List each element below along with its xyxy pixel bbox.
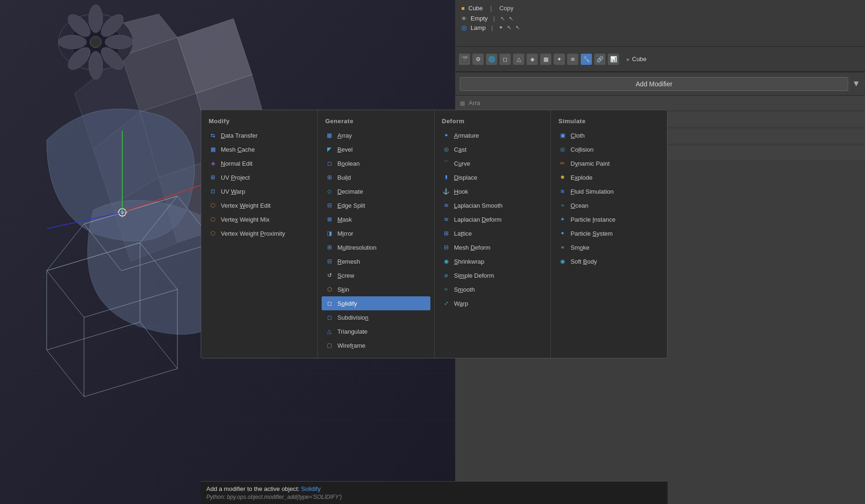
boolean-label: Boolean bbox=[338, 160, 427, 167]
prop-texture-icon[interactable]: ▦ bbox=[540, 54, 551, 65]
menu-item-dynamic-paint[interactable]: ✏ Dynamic Paint bbox=[555, 156, 663, 170]
menu-item-mesh-cache[interactable]: ▦ Mesh Cache bbox=[205, 142, 314, 156]
menu-item-mask[interactable]: ⊠ Mask bbox=[322, 212, 430, 226]
displace-icon: ⬆ bbox=[442, 173, 450, 182]
wireframe-label: Wireframe bbox=[338, 342, 427, 349]
screw-label: Screw bbox=[338, 272, 427, 279]
triangulate-icon: △ bbox=[325, 327, 334, 336]
menu-item-edge-split[interactable]: ⊟ Edge Split bbox=[322, 198, 430, 212]
menu-item-curve[interactable]: ⌒ Curve bbox=[438, 156, 547, 170]
prop-data-icon[interactable]: 📊 bbox=[608, 54, 619, 65]
menu-item-hook[interactable]: ⚓ Hook bbox=[438, 184, 547, 198]
generate-column: Generate ▦ Array ◤ Bevel ◻ Boolean ⊞ Bui… bbox=[318, 110, 435, 358]
menu-item-vertex-weight-mix[interactable]: ⬡ Vertex Weight Mix bbox=[205, 212, 314, 226]
smoke-label: Smoke bbox=[570, 244, 660, 251]
cube-icon: ■ bbox=[461, 5, 464, 12]
menu-item-triangulate[interactable]: △ Triangulate bbox=[322, 324, 430, 338]
particle-instance-icon: ✦ bbox=[558, 215, 567, 224]
menu-item-screw[interactable]: ↺ Screw bbox=[322, 268, 430, 282]
lamp-label: Lamp bbox=[471, 24, 486, 31]
menu-item-array[interactable]: ▦ Array bbox=[322, 128, 430, 142]
menu-item-ocean[interactable]: ≈ Ocean bbox=[555, 198, 663, 212]
menu-item-mesh-deform[interactable]: ⊟ Mesh Deform bbox=[438, 240, 547, 254]
tooltip-python: Python: bpy.ops.object.modifier_add(type… bbox=[206, 494, 662, 500]
laplacian-deform-label: Laplacian Deform bbox=[454, 216, 543, 223]
menu-item-displace[interactable]: ⬆ Displace bbox=[438, 170, 547, 184]
vertex-weight-mix-label: Vertex Weight Mix bbox=[221, 216, 310, 223]
prop-world-icon[interactable]: 🌐 bbox=[486, 54, 497, 65]
tooltip-prefix: Add a modifier to the active object: bbox=[206, 485, 301, 492]
arrow-icon: ▸ bbox=[627, 56, 630, 63]
menu-item-subdivision[interactable]: ◻ Subdivision bbox=[322, 310, 430, 324]
menu-item-data-transfer[interactable]: ⇆ Data Transfer bbox=[205, 128, 314, 142]
menu-item-wireframe[interactable]: ▢ Wireframe bbox=[322, 338, 430, 352]
menu-item-fluid-simulation[interactable]: ≋ Fluid Simulation bbox=[555, 184, 663, 198]
array-modifier-icon: ▦ bbox=[460, 100, 465, 106]
shrinkwrap-icon: ◉ bbox=[442, 257, 450, 266]
particle-system-label: Particle System bbox=[570, 230, 660, 237]
active-object-name: Cube bbox=[632, 56, 647, 63]
menu-item-multiresolution[interactable]: ⊞ Multiresolution bbox=[322, 240, 430, 254]
menu-item-cloth[interactable]: ▣ Cloth bbox=[555, 128, 663, 142]
menu-item-simple-deform[interactable]: ⌀ Simple Deform bbox=[438, 268, 547, 282]
add-modifier-dropdown: Modify ⇆ Data Transfer ▦ Mesh Cache ◈ No… bbox=[201, 110, 668, 358]
menu-item-warp[interactable]: ⤢ Warp bbox=[438, 296, 547, 310]
lamp-row[interactable]: ◎ Lamp | ✦ ↖ ↖ bbox=[459, 23, 861, 32]
menu-item-collision[interactable]: ◎ Collision bbox=[555, 142, 663, 156]
vertex-weight-proximity-label: Vertex Weight Proximity bbox=[221, 230, 310, 237]
mask-icon: ⊠ bbox=[325, 215, 334, 224]
ocean-label: Ocean bbox=[570, 202, 660, 209]
cursor-icon-lamp2: ↖ bbox=[515, 24, 520, 31]
menu-item-build[interactable]: ⊞ Build bbox=[322, 170, 430, 184]
add-modifier-bar: Add Modifier ▼ bbox=[455, 72, 865, 96]
prop-constraints-icon[interactable]: 🔗 bbox=[594, 54, 605, 65]
dynamic-paint-label: Dynamic Paint bbox=[570, 160, 660, 167]
armature-label: Armature bbox=[454, 132, 543, 139]
menu-item-shrinkwrap[interactable]: ◉ Shrinkwrap bbox=[438, 254, 547, 268]
menu-item-decimate[interactable]: ◇ Decimate bbox=[322, 184, 430, 198]
data-transfer-label: Data Transfer bbox=[221, 132, 310, 139]
menu-item-laplacian-deform[interactable]: ≋ Laplacian Deform bbox=[438, 212, 547, 226]
tooltip-main-text: Add a modifier to the active object: Sol… bbox=[206, 485, 662, 492]
prop-object-icon[interactable]: ◻ bbox=[499, 54, 511, 65]
menu-item-soft-body[interactable]: ◉ Soft Body bbox=[555, 254, 663, 268]
cube-type: Copy bbox=[499, 5, 513, 12]
menu-item-remesh[interactable]: ⊟ Remesh bbox=[322, 254, 430, 268]
prop-render-icon[interactable]: 🎬 bbox=[459, 54, 470, 65]
cast-icon: ◎ bbox=[442, 145, 450, 154]
add-modifier-button[interactable]: Add Modifier bbox=[460, 77, 848, 91]
menu-item-armature[interactable]: ✦ Armature bbox=[438, 128, 547, 142]
menu-item-normal-edit[interactable]: ◈ Normal Edit bbox=[205, 156, 314, 170]
menu-item-uv-project[interactable]: ⊞ UV Project bbox=[205, 170, 314, 184]
deform-header: Deform bbox=[438, 116, 547, 128]
prop-material-icon[interactable]: ◈ bbox=[527, 54, 538, 65]
menu-item-skin[interactable]: ⬡ Skin bbox=[322, 282, 430, 296]
menu-item-explode[interactable]: ✸ Explode bbox=[555, 170, 663, 184]
cursor-icon-lamp: ↖ bbox=[507, 24, 512, 31]
prop-scene-icon[interactable]: ⚙ bbox=[472, 54, 484, 65]
menu-item-particle-system[interactable]: ✦ Particle System bbox=[555, 226, 663, 240]
menu-item-lattice[interactable]: ⊞ Lattice bbox=[438, 226, 547, 240]
prop-physics-icon[interactable]: ≋ bbox=[567, 54, 578, 65]
prop-particles-icon[interactable]: ✦ bbox=[554, 54, 565, 65]
cursor-icon-empty2: ↖ bbox=[509, 15, 513, 22]
menu-item-laplacian-smooth[interactable]: ≋ Laplacian Smooth bbox=[438, 198, 547, 212]
empty-row[interactable]: 👁 Empty | ↖ ↖ bbox=[459, 14, 861, 23]
menu-item-vertex-weight-proximity[interactable]: ⬡ Vertex Weight Proximity bbox=[205, 226, 314, 240]
menu-item-bevel[interactable]: ◤ Bevel bbox=[322, 142, 430, 156]
menu-item-uv-warp[interactable]: ⊡ UV Warp bbox=[205, 184, 314, 198]
bevel-label: Bevel bbox=[338, 146, 427, 153]
menu-item-smoke[interactable]: ≈ Smoke bbox=[555, 240, 663, 254]
menu-item-vertex-weight-edit[interactable]: ⬡ Vertex Weight Edit bbox=[205, 198, 314, 212]
prop-modifiers-icon[interactable]: 🔧 bbox=[581, 54, 592, 65]
menu-item-boolean[interactable]: ◻ Boolean bbox=[322, 156, 430, 170]
menu-item-cast[interactable]: ◎ Cast bbox=[438, 142, 547, 156]
menu-item-mirror[interactable]: ◨ Mirror bbox=[322, 226, 430, 240]
uv-warp-icon: ⊡ bbox=[209, 187, 217, 196]
lattice-label: Lattice bbox=[454, 230, 543, 237]
menu-item-solidify[interactable]: ◻ Solidify bbox=[322, 296, 430, 310]
prop-mesh-icon[interactable]: △ bbox=[513, 54, 524, 65]
array-icon: ▦ bbox=[325, 131, 334, 140]
menu-item-smooth[interactable]: ≈ Smooth bbox=[438, 282, 547, 296]
menu-item-particle-instance[interactable]: ✦ Particle Instance bbox=[555, 212, 663, 226]
